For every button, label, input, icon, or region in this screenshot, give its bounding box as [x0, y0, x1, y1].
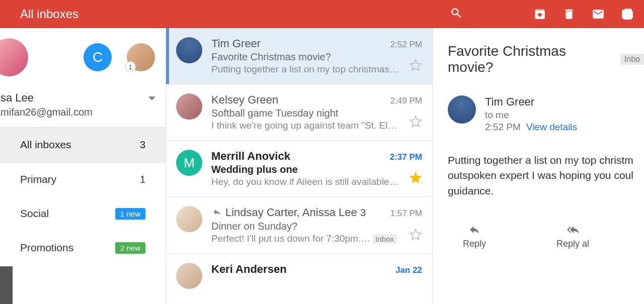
- email-item[interactable]: M Merrill Anovick 2:37 PM Wedding plus o…: [166, 141, 432, 197]
- email-sender: Tim Greer: [211, 37, 261, 50]
- email-subject: Wedding plus one: [211, 164, 422, 175]
- sender-avatar[interactable]: [176, 37, 202, 63]
- header-title: All inboxes: [20, 7, 78, 21]
- reading-pane: Favorite Christmas movie? Inbo Tim Greer…: [433, 28, 644, 304]
- message-time-row: 2:52 PM View details: [485, 122, 577, 133]
- email-item[interactable]: Tim Greer 2:52 PM Favorite Christmas mov…: [166, 28, 432, 84]
- email-snippet: Perfect! I'll put us down for 7:30pm.…In…: [211, 233, 422, 244]
- account-avatar-2[interactable]: 1: [127, 43, 155, 71]
- message-body: Putting together a list on my top christ…: [448, 153, 644, 198]
- current-user-avatar[interactable]: [0, 38, 28, 76]
- account-dropdown-icon: [148, 96, 155, 100]
- reply-all-button[interactable]: Reply al: [556, 224, 589, 249]
- avatar-letter: C: [93, 49, 103, 65]
- move-to-icon[interactable]: [621, 8, 634, 21]
- nav-social[interactable]: Social 1 new: [0, 196, 166, 231]
- email-subject: Favorite Christmas movie?: [211, 51, 422, 63]
- search-icon: [450, 7, 463, 20]
- user-email: amifan26@gmail.com: [0, 107, 155, 118]
- nav-primary[interactable]: Primary 1: [0, 162, 166, 196]
- email-item[interactable]: Keri Andersen Jan 22: [166, 254, 432, 298]
- avatar-letter: M: [184, 155, 195, 171]
- delete-icon[interactable]: [562, 8, 576, 21]
- sender-avatar[interactable]: [448, 95, 476, 124]
- email-subject: Dinner on Sunday?: [211, 221, 422, 232]
- reply-all-label: Reply al: [556, 239, 589, 249]
- email-item[interactable]: Kelsey Green 2:49 PM Softball game Tuesd…: [166, 84, 432, 141]
- view-details-link[interactable]: View details: [526, 122, 577, 132]
- nav-count: 3: [140, 139, 145, 151]
- app-header: All inboxes: [0, 0, 644, 28]
- sender-avatar[interactable]: [176, 206, 202, 232]
- email-time: 2:37 PM: [390, 152, 422, 162]
- reply-label: Reply: [463, 239, 486, 249]
- message-recipient: to me: [485, 110, 577, 121]
- inbox-chip: Inbox: [372, 234, 397, 244]
- nav-label: Social: [20, 208, 49, 220]
- message-sender: Tim Greer: [485, 95, 577, 109]
- reply-button[interactable]: Reply: [463, 224, 486, 249]
- nav-label: Primary: [20, 173, 56, 185]
- search-button[interactable]: [450, 7, 463, 22]
- reply-icon: [467, 224, 482, 236]
- email-sender: Merrill Anovick: [211, 150, 290, 163]
- nav-promotions[interactable]: Promotions 2 new: [0, 231, 166, 265]
- email-snippet: Putting together a list on my top christ…: [211, 64, 422, 75]
- email-sender: Keri Andersen: [211, 263, 287, 276]
- mark-unread-icon[interactable]: [592, 8, 605, 21]
- star-outline-icon: [409, 228, 422, 241]
- star-toggle[interactable]: [409, 59, 422, 74]
- email-snippet: Hey, do you know if Aileen is still avai…: [211, 176, 422, 187]
- avatar-badge: 1: [125, 61, 136, 72]
- sender-avatar[interactable]: M: [176, 150, 202, 176]
- star-filled-icon: [409, 171, 422, 184]
- nav-badge: 1 new: [115, 208, 145, 220]
- star-toggle[interactable]: [409, 171, 422, 186]
- email-time: 1:57 PM: [390, 209, 422, 219]
- star-toggle[interactable]: [409, 228, 422, 243]
- email-time: Jan 22: [395, 265, 422, 275]
- nav-label: Promotions: [20, 242, 73, 254]
- reply-all-icon: [566, 224, 581, 236]
- star-toggle[interactable]: [409, 115, 422, 130]
- sender-avatar[interactable]: [176, 93, 202, 120]
- star-outline-icon: [409, 115, 422, 128]
- account-switcher[interactable]: ssa Lee amifan26@gmail.com: [0, 91, 166, 128]
- nav-count: 1: [140, 174, 145, 185]
- email-time: 2:52 PM: [390, 40, 422, 50]
- email-list: Tim Greer 2:52 PM Favorite Christmas mov…: [166, 28, 433, 304]
- sidebar: C 1 ssa Lee amifan26@gmail.com All inbox…: [0, 28, 166, 304]
- sender-avatar[interactable]: [176, 263, 202, 289]
- thread-count: 3: [360, 207, 366, 218]
- email-item[interactable]: Lindsay Carter, Anissa Lee3 1:57 PM Dinn…: [166, 197, 432, 254]
- nav-all-inboxes[interactable]: All inboxes 3: [0, 128, 166, 162]
- nav-label: All inboxes: [20, 139, 71, 151]
- nav-badge: 2 new: [115, 242, 145, 254]
- archive-icon[interactable]: [533, 8, 546, 21]
- email-sender: Kelsey Green: [211, 93, 278, 107]
- account-avatar-c[interactable]: C: [84, 43, 112, 71]
- message-subject: Favorite Christmas movie?: [448, 43, 614, 75]
- inbox-chip[interactable]: Inbo: [620, 54, 644, 65]
- email-sender: Lindsay Carter, Anissa Lee3: [211, 206, 366, 220]
- email-subject: Softball game Tuesday night: [211, 108, 422, 119]
- star-outline-icon: [409, 59, 422, 72]
- email-time: 2:49 PM: [390, 96, 422, 106]
- email-snippet: I think we're going up against team "St.…: [211, 120, 422, 131]
- replied-icon: [211, 207, 222, 220]
- sidebar-scroll-handle[interactable]: [0, 266, 13, 304]
- user-name: ssa Lee: [0, 91, 155, 105]
